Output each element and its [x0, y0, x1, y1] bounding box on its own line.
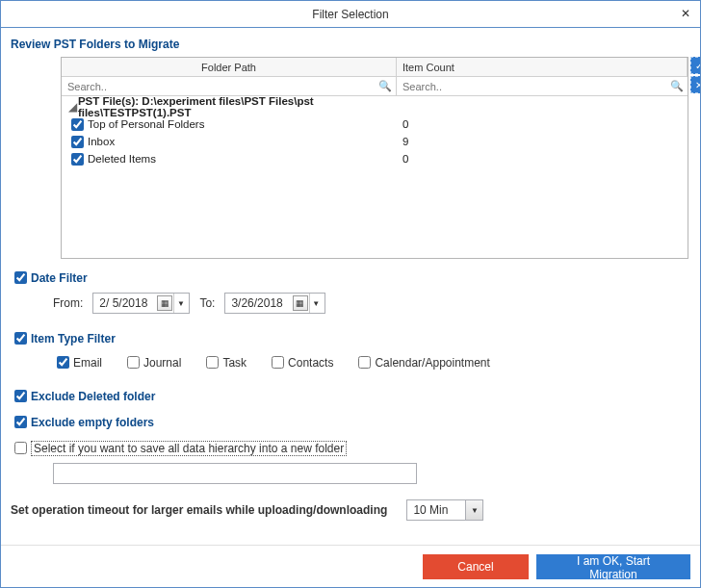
search-icon[interactable]: 🔍: [378, 80, 392, 92]
search-count-input[interactable]: [401, 80, 668, 93]
date-filter-label: Date Filter: [31, 271, 88, 285]
date-filter-row: Date Filter: [11, 268, 690, 287]
item-types-row: Email Journal Task Contacts Calendar/App…: [53, 353, 690, 371]
tree-root-row[interactable]: ◢ PST File(s): D:\experiment files\PST F…: [62, 98, 688, 115]
calendar-icon[interactable]: ▦: [157, 295, 172, 311]
to-date-value: 3/26/2018: [231, 296, 282, 310]
save-hierarchy-checkbox[interactable]: [14, 442, 27, 454]
exclude-deleted-label: Exclude Deleted folder: [31, 390, 155, 403]
review-heading: Review PST Folders to Migrate: [11, 38, 690, 51]
task-checkbox[interactable]: [206, 356, 219, 369]
type-task[interactable]: Task: [202, 353, 247, 371]
exclude-deleted-row: Exclude Deleted folder: [11, 387, 690, 405]
from-label: From:: [53, 296, 83, 310]
save-hierarchy-label: Select if you want to save all data hier…: [31, 441, 347, 456]
to-date-picker[interactable]: 3/26/2018 ▦ ▼: [224, 293, 325, 314]
content-area: Review PST Folders to Migrate Folder Pat…: [1, 28, 700, 545]
titlebar: Filter Selection ✕: [1, 1, 700, 28]
folder-count: 9: [397, 136, 688, 147]
search-path-cell: 🔍: [62, 77, 397, 95]
new-folder-input[interactable]: [53, 463, 417, 484]
tree-row[interactable]: Deleted Items 0: [62, 150, 688, 167]
type-contacts[interactable]: Contacts: [268, 353, 333, 371]
save-hierarchy-row: Select if you want to save all data hier…: [11, 439, 690, 457]
email-checkbox[interactable]: [57, 356, 69, 369]
folder-name: Deleted Items: [88, 153, 156, 165]
check-all-button[interactable]: ✓: [690, 57, 700, 74]
exclude-empty-row: Exclude empty folders: [11, 413, 690, 431]
chevron-down-icon[interactable]: ▼: [465, 500, 482, 520]
exclude-empty-checkbox[interactable]: [14, 416, 27, 428]
side-buttons: ✓ ✕: [690, 57, 700, 93]
journal-checkbox[interactable]: [127, 356, 140, 369]
folder-count: 0: [397, 118, 688, 130]
item-type-filter-label: Item Type Filter: [31, 332, 116, 345]
footer: Cancel I am OK, Start Migration: [1, 545, 700, 587]
tree-row[interactable]: Inbox 9: [62, 133, 688, 150]
timeout-combo[interactable]: 10 Min ▼: [406, 499, 483, 521]
search-icon[interactable]: 🔍: [670, 80, 684, 92]
calendar-icon[interactable]: ▦: [293, 295, 308, 311]
calendar-checkbox[interactable]: [358, 356, 371, 369]
cancel-button[interactable]: Cancel: [423, 554, 529, 579]
chevron-down-icon[interactable]: ▼: [309, 294, 323, 313]
folder-name: Inbox: [88, 136, 115, 147]
exclude-deleted-checkbox[interactable]: [14, 390, 27, 402]
folder-checkbox[interactable]: [71, 118, 84, 131]
folder-tree-container: Folder Path Item Count 🔍 🔍: [61, 57, 688, 259]
timeout-row: Set operation timeout for larger emails …: [11, 499, 690, 521]
to-label: To:: [199, 296, 215, 310]
folder-count: 0: [397, 153, 688, 165]
folder-checkbox[interactable]: [71, 153, 84, 166]
type-journal[interactable]: Journal: [123, 353, 181, 371]
uncheck-all-button[interactable]: ✕: [690, 76, 700, 93]
type-email[interactable]: Email: [53, 353, 102, 371]
type-calendar[interactable]: Calendar/Appointment: [354, 353, 489, 371]
folder-checkbox[interactable]: [71, 136, 84, 148]
tree-row[interactable]: Top of Personal Folders 0: [62, 115, 688, 133]
item-type-filter-checkbox[interactable]: [14, 332, 27, 345]
close-icon[interactable]: ✕: [677, 5, 694, 22]
folder-name: Top of Personal Folders: [88, 118, 204, 130]
col-header-count[interactable]: Item Count: [397, 58, 688, 76]
search-path-input[interactable]: [65, 80, 376, 93]
chevron-down-icon[interactable]: ▼: [173, 294, 187, 313]
from-date-picker[interactable]: 2/ 5/2018 ▦ ▼: [92, 293, 190, 314]
from-date-value: 2/ 5/2018: [99, 296, 147, 310]
contacts-checkbox[interactable]: [272, 356, 284, 369]
tree-search-row: 🔍 🔍: [62, 77, 688, 96]
date-filter-fields: From: 2/ 5/2018 ▦ ▼ To: 3/26/2018 ▦ ▼: [53, 293, 690, 314]
collapse-icon[interactable]: ◢: [67, 100, 78, 114]
col-header-path[interactable]: Folder Path: [62, 58, 397, 76]
item-type-filter-row: Item Type Filter: [11, 329, 690, 347]
save-hierarchy-input-row: [53, 463, 690, 484]
search-count-cell: 🔍: [397, 77, 688, 95]
tree-header: Folder Path Item Count: [62, 58, 688, 77]
timeout-label: Set operation timeout for larger emails …: [11, 503, 387, 517]
dialog-window: Filter Selection ✕ Review PST Folders to…: [0, 0, 701, 588]
timeout-value: 10 Min: [413, 503, 448, 517]
date-filter-checkbox[interactable]: [14, 271, 27, 284]
exclude-empty-label: Exclude empty folders: [31, 416, 154, 429]
tree-body: ◢ PST File(s): D:\experiment files\PST F…: [62, 96, 688, 258]
folder-tree: Folder Path Item Count 🔍 🔍: [61, 57, 688, 259]
start-migration-button[interactable]: I am OK, Start Migration: [536, 554, 690, 579]
window-title: Filter Selection: [312, 8, 388, 21]
